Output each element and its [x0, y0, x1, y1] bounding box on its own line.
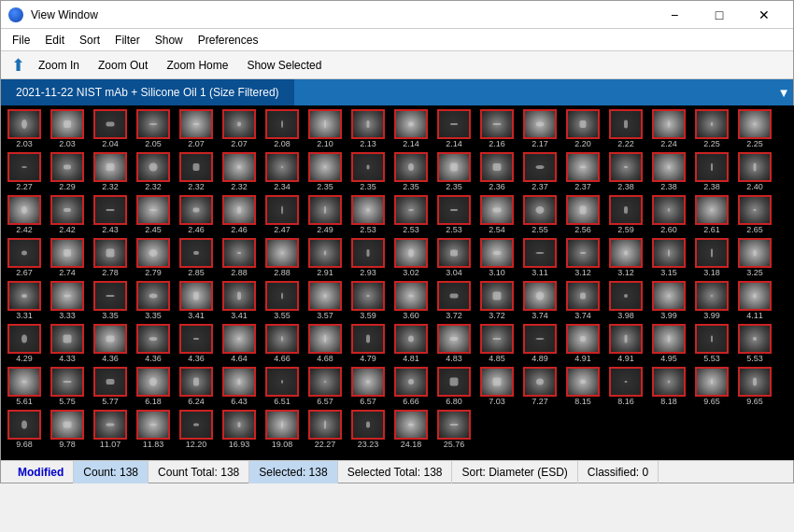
zoom-in-button[interactable]: Zoom In — [31, 54, 87, 77]
list-item[interactable]: 2.32 — [89, 152, 132, 195]
list-item[interactable]: 2.54 — [475, 195, 518, 238]
list-item[interactable]: 2.49 — [304, 195, 347, 238]
list-item[interactable]: 3.12 — [604, 238, 647, 281]
list-item[interactable]: 2.14 — [432, 109, 475, 152]
list-item[interactable]: 2.24 — [647, 109, 690, 152]
list-item[interactable]: 3.60 — [390, 281, 432, 324]
list-item[interactable]: 2.53 — [390, 195, 432, 238]
list-item[interactable]: 4.81 — [390, 324, 432, 367]
list-item[interactable]: 2.60 — [647, 195, 690, 238]
list-item[interactable]: 6.18 — [132, 367, 175, 410]
list-item[interactable]: 4.68 — [304, 324, 347, 367]
list-item[interactable]: 2.20 — [561, 109, 604, 152]
list-item[interactable]: 5.53 — [733, 324, 776, 367]
list-item[interactable]: 2.07 — [175, 109, 218, 152]
list-item[interactable]: 3.04 — [432, 238, 475, 281]
list-item[interactable]: 2.74 — [46, 238, 89, 281]
list-item[interactable]: 5.53 — [690, 324, 733, 367]
list-item[interactable]: 5.75 — [46, 367, 89, 410]
list-item[interactable]: 3.31 — [3, 281, 46, 324]
list-item[interactable]: 2.35 — [432, 152, 475, 195]
list-item[interactable]: 4.85 — [475, 324, 518, 367]
list-item[interactable]: 2.36 — [475, 152, 518, 195]
list-item[interactable]: 4.36 — [89, 324, 132, 367]
list-item[interactable]: 6.66 — [390, 367, 432, 410]
list-item[interactable]: 4.95 — [647, 324, 690, 367]
list-item[interactable]: 3.25 — [733, 238, 776, 281]
list-item[interactable]: 9.65 — [733, 367, 776, 410]
list-item[interactable]: 22.27 — [304, 410, 347, 453]
minimize-button[interactable]: − — [653, 1, 696, 29]
list-item[interactable]: 6.57 — [347, 367, 390, 410]
list-item[interactable]: 2.27 — [3, 152, 46, 195]
list-item[interactable]: 2.46 — [175, 195, 218, 238]
list-item[interactable]: 2.38 — [690, 152, 733, 195]
list-item[interactable]: 3.72 — [432, 281, 475, 324]
list-item[interactable]: 8.16 — [604, 367, 647, 410]
list-item[interactable]: 2.25 — [690, 109, 733, 152]
list-item[interactable]: 3.41 — [218, 281, 261, 324]
list-item[interactable]: 2.56 — [561, 195, 604, 238]
list-item[interactable]: 2.10 — [304, 109, 347, 152]
zoom-home-button[interactable]: Zoom Home — [159, 54, 235, 77]
list-item[interactable]: 4.83 — [432, 324, 475, 367]
list-item[interactable]: 9.65 — [690, 367, 733, 410]
list-item[interactable]: 2.38 — [604, 152, 647, 195]
list-item[interactable]: 2.35 — [347, 152, 390, 195]
show-selected-button[interactable]: Show Selected — [239, 54, 329, 77]
list-item[interactable]: 4.91 — [604, 324, 647, 367]
list-item[interactable]: 2.88 — [218, 238, 261, 281]
list-item[interactable]: 2.43 — [89, 195, 132, 238]
list-item[interactable]: 2.22 — [604, 109, 647, 152]
menu-filter[interactable]: Filter — [107, 29, 148, 51]
menu-preferences[interactable]: Preferences — [191, 29, 266, 51]
menu-show[interactable]: Show — [148, 29, 191, 51]
list-item[interactable]: 2.53 — [347, 195, 390, 238]
list-item[interactable]: 6.51 — [261, 367, 304, 410]
list-item[interactable]: 25.76 — [432, 410, 475, 453]
list-item[interactable]: 24.18 — [390, 410, 432, 453]
list-item[interactable]: 2.91 — [304, 238, 347, 281]
list-item[interactable]: 3.74 — [561, 281, 604, 324]
list-item[interactable]: 3.59 — [347, 281, 390, 324]
list-item[interactable]: 2.07 — [218, 109, 261, 152]
list-item[interactable]: 3.57 — [304, 281, 347, 324]
list-item[interactable]: 9.78 — [46, 410, 89, 453]
list-item[interactable]: 4.89 — [518, 324, 561, 367]
list-item[interactable]: 2.03 — [46, 109, 89, 152]
list-item[interactable]: 2.32 — [175, 152, 218, 195]
list-item[interactable]: 3.55 — [261, 281, 304, 324]
list-item[interactable]: 11.83 — [132, 410, 175, 453]
list-item[interactable]: 2.32 — [218, 152, 261, 195]
list-item[interactable]: 2.47 — [261, 195, 304, 238]
close-button[interactable]: ✕ — [743, 1, 786, 29]
list-item[interactable]: 2.04 — [89, 109, 132, 152]
list-item[interactable]: 7.27 — [518, 367, 561, 410]
list-item[interactable]: 2.29 — [46, 152, 89, 195]
list-item[interactable]: 4.36 — [132, 324, 175, 367]
list-item[interactable]: 2.88 — [261, 238, 304, 281]
zoom-out-button[interactable]: Zoom Out — [91, 54, 155, 77]
list-item[interactable]: 3.12 — [561, 238, 604, 281]
list-item[interactable]: 3.10 — [475, 238, 518, 281]
list-item[interactable]: 2.45 — [132, 195, 175, 238]
list-item[interactable]: 3.99 — [690, 281, 733, 324]
list-item[interactable]: 2.03 — [3, 109, 46, 152]
list-item[interactable]: 2.38 — [647, 152, 690, 195]
list-item[interactable]: 6.80 — [432, 367, 475, 410]
list-item[interactable]: 3.74 — [518, 281, 561, 324]
list-item[interactable]: 3.41 — [175, 281, 218, 324]
list-item[interactable]: 6.24 — [175, 367, 218, 410]
list-item[interactable]: 2.46 — [218, 195, 261, 238]
list-item[interactable]: 7.03 — [475, 367, 518, 410]
list-item[interactable]: 2.61 — [690, 195, 733, 238]
list-item[interactable]: 6.43 — [218, 367, 261, 410]
list-item[interactable]: 6.57 — [304, 367, 347, 410]
list-item[interactable]: 2.32 — [132, 152, 175, 195]
list-item[interactable]: 19.08 — [261, 410, 304, 453]
back-button[interactable]: ⬆ — [8, 56, 27, 75]
list-item[interactable]: 8.15 — [561, 367, 604, 410]
list-item[interactable]: 2.35 — [390, 152, 432, 195]
list-item[interactable]: 2.08 — [261, 109, 304, 152]
menu-file[interactable]: File — [5, 29, 37, 51]
